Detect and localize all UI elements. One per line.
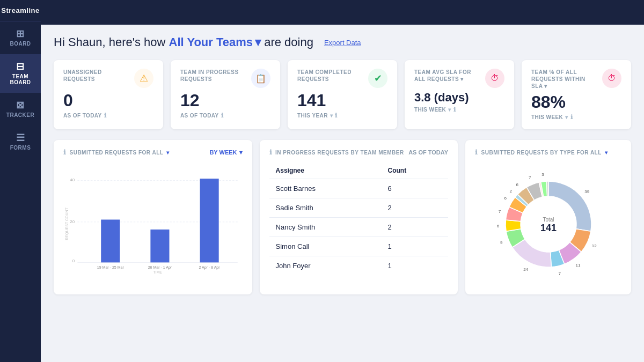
team-selector-chevron: ▾: [255, 35, 261, 49]
assignee-cell: Sadie Smith: [269, 198, 382, 218]
donut-label-8: 6: [504, 196, 507, 201]
donut-visual: 39121172496762673Total141: [475, 162, 621, 286]
info-icon-2: ℹ: [221, 112, 223, 119]
table-row: Nancy Smith2: [269, 218, 449, 237]
kpi-card-avg-sla-header: TEAM AVG SLA FOR ALL REQUESTS ▾ ⏱: [414, 69, 504, 88]
donut-segment-6: [506, 220, 521, 231]
donut-label-9: 2: [509, 189, 512, 194]
assignee-cell: Scott Barnes: [269, 179, 382, 198]
sidebar-item-team-board[interactable]: ⊟ TEAM BOARD: [0, 54, 41, 93]
submitted-title-arrow[interactable]: ▾: [166, 150, 170, 156]
count-cell: 1: [382, 256, 449, 276]
donut-label-13: 3: [541, 172, 544, 177]
table-row: Sadie Smith2: [269, 198, 449, 218]
donut-label-3: 7: [558, 271, 561, 276]
kpi-row: UNASSIGNED REQUESTS ⚠ 0 AS OF TODAY ℹ TE…: [54, 60, 631, 129]
donut-label-10: 6: [516, 182, 518, 187]
kpi-avg-sla-footer-text: THIS WEEK: [414, 107, 446, 113]
col-assignee: Assignee: [269, 162, 382, 179]
sidebar-item-team-board-label: TEAM BOARD: [10, 73, 31, 85]
kpi-avg-sla-value: 3.8 (days): [414, 91, 504, 104]
submitted-filter-text: BY WEEK: [209, 149, 237, 156]
team-selector-button[interactable]: All Your Teams ▾: [169, 35, 261, 49]
kpi-in-progress-footer: AS OF TODAY ℹ: [180, 112, 270, 119]
greeting-text: Hi Shaun, here's how: [54, 35, 165, 49]
donut-segment-14: [546, 181, 548, 196]
svg-text:2 Apr - 8 Apr: 2 Apr - 8 Apr: [199, 265, 221, 270]
donut-label-2: 11: [575, 263, 580, 268]
kpi-pct-sla-footer: THIS WEEK ▾ ℹ: [531, 114, 621, 121]
svg-text:REQUEST COUNT: REQUEST COUNT: [65, 208, 69, 240]
submitted-chart-filter[interactable]: BY WEEK ▾: [209, 149, 242, 156]
pct-sla-footer-arrow[interactable]: ▾: [565, 114, 568, 120]
submitted-chart-title: ℹ SUBMITTED REQUESTS FOR ALL ▾: [63, 149, 170, 156]
page-title: Hi Shaun, here's how All Your Teams ▾ ar…: [54, 35, 313, 49]
bar-1: [101, 220, 120, 263]
pct-sla-label-arrow[interactable]: ▾: [544, 83, 547, 89]
donut-chart-title-text: SUBMITTED REQUESTS BY TYPE FOR ALL: [481, 150, 602, 156]
kpi-card-completed: TEAM COMPLETED REQUESTS ✔ 141 THIS YEAR …: [288, 60, 397, 129]
submitted-filter-arrow: ▾: [239, 149, 243, 156]
assignee-cell: Nancy Smith: [269, 218, 382, 237]
kpi-card-in-progress-header: TEAM IN PROGRESS REQUESTS 📋: [180, 69, 270, 88]
kpi-completed-footer: THIS YEAR ▾ ℹ: [297, 112, 387, 119]
sidebar-item-tracker[interactable]: ⊠ TRACKER: [0, 93, 41, 125]
tracker-icon: ⊠: [16, 100, 25, 110]
forms-icon: ☰: [16, 133, 25, 143]
donut-label-4: 24: [523, 267, 528, 272]
donut-label-5: 9: [500, 240, 503, 245]
kpi-pct-sla-label: TEAM % OF ALL REQUESTS WITHIN SLA ▾: [531, 69, 602, 90]
sidebar-item-board-label: BOARD: [10, 41, 31, 47]
in-progress-chart-header: ℹ IN PROGRESS REQUESTS BY TEAM MEMBER AS…: [269, 149, 449, 156]
avg-sla-footer-arrow[interactable]: ▾: [448, 107, 451, 113]
sidebar-item-forms[interactable]: ☰ FORMS: [0, 125, 41, 158]
donut-total-label: Total: [543, 217, 554, 223]
kpi-completed-value: 141: [297, 91, 387, 110]
bar-3: [200, 179, 219, 262]
bar-chart-visual: 40 20 0 REQUEST COUNT: [63, 162, 243, 280]
in-progress-table: Assignee Count Scott Barnes6Sadie Smith2…: [269, 162, 449, 275]
svg-text:40: 40: [70, 178, 75, 183]
donut-label-11: 7: [529, 175, 531, 180]
kpi-card-unassigned: UNASSIGNED REQUESTS ⚠ 0 AS OF TODAY ℹ: [54, 60, 163, 129]
kpi-card-in-progress: TEAM IN PROGRESS REQUESTS 📋 12 AS OF TOD…: [171, 60, 280, 129]
count-cell: 6: [382, 179, 449, 198]
avg-sla-label-arrow[interactable]: ▾: [460, 76, 464, 82]
donut-title-arrow[interactable]: ▾: [605, 150, 608, 156]
col-count: Count: [382, 162, 449, 179]
team-selector-label: All Your Teams: [169, 35, 253, 49]
kpi-pct-sla-value: 88%: [531, 93, 621, 112]
main-content: Hi Shaun, here's how All Your Teams ▾ ar…: [41, 0, 644, 362]
in-progress-info-icon: ℹ: [269, 149, 273, 156]
kpi-unassigned-value: 0: [63, 91, 153, 110]
page-header: Hi Shaun, here's how All Your Teams ▾ ar…: [54, 35, 631, 49]
donut-label-6: 6: [496, 224, 499, 228]
table-header-row: Assignee Count: [269, 162, 449, 179]
doing-text: are doing: [264, 35, 313, 49]
donut-chart-title: ℹ SUBMITTED REQUESTS BY TYPE FOR ALL ▾: [475, 149, 608, 156]
kpi-unassigned-icon: ⚠: [134, 69, 153, 88]
sidebar: Streamline ⊞ BOARD ⊟ TEAM BOARD ⊠ TRACKE…: [0, 0, 41, 362]
in-progress-chart: ℹ IN PROGRESS REQUESTS BY TEAM MEMBER AS…: [260, 140, 458, 294]
assignee-cell: Simon Call: [269, 237, 382, 256]
svg-text:19 Mar - 25 Mar: 19 Mar - 25 Mar: [97, 265, 125, 269]
svg-text:0: 0: [72, 259, 75, 264]
completed-footer-arrow[interactable]: ▾: [330, 113, 333, 119]
kpi-card-pct-sla: TEAM % OF ALL REQUESTS WITHIN SLA ▾ ⏱ 88…: [522, 60, 631, 129]
table-row: Simon Call1: [269, 237, 449, 256]
info-icon: ℹ: [104, 112, 106, 119]
donut-label-7: 7: [498, 209, 501, 214]
export-data-button[interactable]: Export Data: [324, 39, 361, 47]
content-area: Hi Shaun, here's how All Your Teams ▾ ar…: [41, 25, 644, 362]
bar-chart-svg: 40 20 0 REQUEST COUNT: [63, 162, 243, 280]
in-progress-date: AS OF TODAY: [408, 149, 448, 156]
board-icon: ⊞: [16, 29, 25, 39]
donut-label-0: 39: [584, 189, 589, 194]
sidebar-item-board[interactable]: ⊞ BOARD: [0, 21, 41, 54]
svg-text:26 Mar - 1 Apr: 26 Mar - 1 Apr: [148, 265, 172, 270]
kpi-pct-sla-icon: ⏱: [602, 69, 621, 88]
donut-total-value: 141: [540, 223, 557, 233]
table-row: John Foyer1: [269, 256, 449, 276]
donut-info-icon: ℹ: [475, 149, 478, 156]
submitted-info-icon: ℹ: [63, 149, 67, 156]
